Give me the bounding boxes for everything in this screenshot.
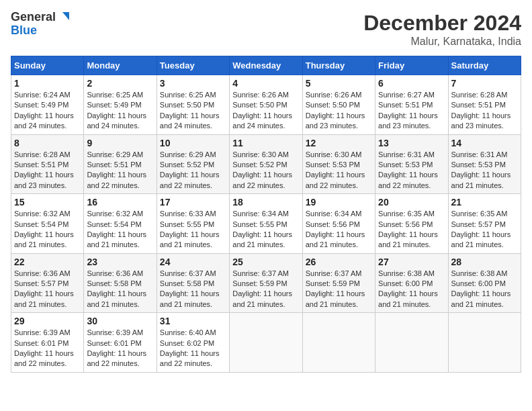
- calendar-cell: 9Sunrise: 6:29 AM Sunset: 5:51 PM Daylig…: [84, 134, 157, 194]
- column-header-saturday: Saturday: [448, 56, 521, 75]
- calendar-cell: 27Sunrise: 6:38 AM Sunset: 6:00 PM Dayli…: [375, 253, 448, 313]
- calendar-week-4: 22Sunrise: 6:36 AM Sunset: 5:57 PM Dayli…: [11, 253, 521, 313]
- day-info: Sunrise: 6:36 AM Sunset: 5:58 PM Dayligh…: [87, 269, 153, 310]
- day-number: 13: [378, 138, 445, 148]
- calendar-cell: 8Sunrise: 6:28 AM Sunset: 5:51 PM Daylig…: [11, 134, 84, 194]
- day-info: Sunrise: 6:30 AM Sunset: 5:53 PM Dayligh…: [306, 150, 372, 191]
- calendar-cell: 25Sunrise: 6:37 AM Sunset: 5:59 PM Dayli…: [230, 253, 302, 313]
- day-number: 20: [378, 197, 445, 208]
- calendar-cell: [375, 313, 448, 373]
- day-info: Sunrise: 6:31 AM Sunset: 5:53 PM Dayligh…: [378, 150, 445, 191]
- calendar-week-1: 1Sunrise: 6:24 AM Sunset: 5:49 PM Daylig…: [11, 75, 521, 135]
- calendar-week-2: 8Sunrise: 6:28 AM Sunset: 5:51 PM Daylig…: [11, 134, 521, 194]
- day-info: Sunrise: 6:30 AM Sunset: 5:52 PM Dayligh…: [232, 150, 299, 191]
- day-info: Sunrise: 6:40 AM Sunset: 6:02 PM Dayligh…: [160, 328, 226, 369]
- calendar-cell: 31Sunrise: 6:40 AM Sunset: 6:02 PM Dayli…: [157, 313, 229, 373]
- day-number: 29: [14, 316, 81, 326]
- day-info: Sunrise: 6:37 AM Sunset: 5:58 PM Dayligh…: [160, 269, 226, 310]
- calendar-cell: 7Sunrise: 6:28 AM Sunset: 5:51 PM Daylig…: [448, 75, 521, 135]
- calendar-body: 1Sunrise: 6:24 AM Sunset: 5:49 PM Daylig…: [11, 75, 521, 373]
- day-info: Sunrise: 6:37 AM Sunset: 5:59 PM Dayligh…: [306, 269, 372, 310]
- calendar-cell: [230, 313, 302, 373]
- day-info: Sunrise: 6:32 AM Sunset: 5:54 PM Dayligh…: [87, 209, 153, 250]
- day-number: 14: [451, 138, 518, 148]
- day-number: 12: [306, 138, 372, 148]
- day-number: 7: [451, 78, 518, 89]
- calendar-cell: [302, 313, 375, 373]
- day-number: 24: [160, 257, 226, 267]
- calendar-cell: [448, 313, 521, 373]
- calendar-cell: 12Sunrise: 6:30 AM Sunset: 5:53 PM Dayli…: [302, 134, 375, 194]
- day-info: Sunrise: 6:25 AM Sunset: 5:50 PM Dayligh…: [160, 90, 226, 132]
- day-number: 3: [160, 78, 226, 89]
- logo-blue: Blue: [11, 24, 37, 38]
- calendar-cell: 29Sunrise: 6:39 AM Sunset: 6:01 PM Dayli…: [11, 313, 84, 373]
- day-info: Sunrise: 6:31 AM Sunset: 5:53 PM Dayligh…: [451, 150, 518, 191]
- day-info: Sunrise: 6:34 AM Sunset: 5:56 PM Dayligh…: [306, 209, 372, 250]
- calendar-cell: 21Sunrise: 6:35 AM Sunset: 5:57 PM Dayli…: [448, 194, 521, 254]
- day-info: Sunrise: 6:28 AM Sunset: 5:51 PM Dayligh…: [14, 150, 81, 191]
- calendar-cell: 20Sunrise: 6:35 AM Sunset: 5:56 PM Dayli…: [375, 194, 448, 254]
- day-number: 23: [87, 257, 153, 267]
- day-info: Sunrise: 6:35 AM Sunset: 5:57 PM Dayligh…: [451, 209, 518, 250]
- calendar-cell: 11Sunrise: 6:30 AM Sunset: 5:52 PM Dayli…: [230, 134, 302, 194]
- column-header-wednesday: Wednesday: [230, 56, 302, 75]
- day-number: 25: [232, 257, 299, 267]
- column-header-monday: Monday: [84, 56, 157, 75]
- day-number: 2: [87, 78, 153, 89]
- calendar-cell: 4Sunrise: 6:26 AM Sunset: 5:50 PM Daylig…: [230, 75, 302, 135]
- calendar-cell: 22Sunrise: 6:36 AM Sunset: 5:57 PM Dayli…: [11, 253, 84, 313]
- day-info: Sunrise: 6:25 AM Sunset: 5:49 PM Dayligh…: [87, 90, 153, 132]
- day-info: Sunrise: 6:37 AM Sunset: 5:59 PM Dayligh…: [232, 269, 299, 310]
- logo-general: General: [11, 11, 56, 24]
- column-header-tuesday: Tuesday: [157, 56, 229, 75]
- day-number: 15: [14, 197, 81, 208]
- calendar-cell: 23Sunrise: 6:36 AM Sunset: 5:58 PM Dayli…: [84, 253, 157, 313]
- day-number: 21: [451, 197, 518, 208]
- logo: General Blue: [11, 11, 71, 38]
- day-info: Sunrise: 6:36 AM Sunset: 5:57 PM Dayligh…: [14, 269, 81, 310]
- calendar-cell: 1Sunrise: 6:24 AM Sunset: 5:49 PM Daylig…: [11, 75, 84, 135]
- day-number: 16: [87, 197, 153, 208]
- logo-arrow-icon: [57, 11, 71, 24]
- day-info: Sunrise: 6:38 AM Sunset: 6:00 PM Dayligh…: [378, 269, 445, 310]
- day-info: Sunrise: 6:39 AM Sunset: 6:01 PM Dayligh…: [14, 328, 81, 369]
- day-info: Sunrise: 6:35 AM Sunset: 5:56 PM Dayligh…: [378, 209, 445, 250]
- calendar-cell: 6Sunrise: 6:27 AM Sunset: 5:51 PM Daylig…: [375, 75, 448, 135]
- day-info: Sunrise: 6:38 AM Sunset: 6:00 PM Dayligh…: [451, 269, 518, 310]
- calendar-cell: 19Sunrise: 6:34 AM Sunset: 5:56 PM Dayli…: [302, 194, 375, 254]
- day-number: 4: [232, 78, 299, 89]
- column-header-sunday: Sunday: [11, 56, 84, 75]
- day-number: 31: [160, 316, 226, 326]
- day-number: 30: [87, 316, 153, 326]
- calendar-cell: 13Sunrise: 6:31 AM Sunset: 5:53 PM Dayli…: [375, 134, 448, 194]
- calendar-week-3: 15Sunrise: 6:32 AM Sunset: 5:54 PM Dayli…: [11, 194, 521, 254]
- calendar-cell: 28Sunrise: 6:38 AM Sunset: 6:00 PM Dayli…: [448, 253, 521, 313]
- day-info: Sunrise: 6:32 AM Sunset: 5:54 PM Dayligh…: [14, 209, 81, 250]
- day-info: Sunrise: 6:29 AM Sunset: 5:52 PM Dayligh…: [160, 150, 226, 191]
- calendar-cell: 24Sunrise: 6:37 AM Sunset: 5:58 PM Dayli…: [157, 253, 229, 313]
- svg-marker-0: [62, 12, 69, 20]
- day-info: Sunrise: 6:27 AM Sunset: 5:51 PM Dayligh…: [378, 90, 445, 132]
- calendar-cell: 2Sunrise: 6:25 AM Sunset: 5:49 PM Daylig…: [84, 75, 157, 135]
- calendar-cell: 30Sunrise: 6:39 AM Sunset: 6:01 PM Dayli…: [84, 313, 157, 373]
- day-number: 22: [14, 257, 81, 267]
- day-number: 9: [87, 138, 153, 148]
- month-title: December 2024: [363, 11, 521, 36]
- calendar-cell: 10Sunrise: 6:29 AM Sunset: 5:52 PM Dayli…: [157, 134, 229, 194]
- day-info: Sunrise: 6:28 AM Sunset: 5:51 PM Dayligh…: [451, 90, 518, 132]
- day-number: 1: [14, 78, 81, 89]
- day-info: Sunrise: 6:33 AM Sunset: 5:55 PM Dayligh…: [160, 209, 226, 250]
- calendar-cell: 17Sunrise: 6:33 AM Sunset: 5:55 PM Dayli…: [157, 194, 229, 254]
- page-header: General Blue December 2024 Malur, Karnat…: [11, 11, 521, 48]
- day-info: Sunrise: 6:26 AM Sunset: 5:50 PM Dayligh…: [232, 90, 299, 132]
- day-number: 17: [160, 197, 226, 208]
- calendar-header-row: SundayMondayTuesdayWednesdayThursdayFrid…: [11, 56, 521, 75]
- column-header-thursday: Thursday: [302, 56, 375, 75]
- calendar-cell: 16Sunrise: 6:32 AM Sunset: 5:54 PM Dayli…: [84, 194, 157, 254]
- day-number: 5: [306, 78, 372, 89]
- calendar-table: SundayMondayTuesdayWednesdayThursdayFrid…: [11, 56, 521, 373]
- calendar-cell: 5Sunrise: 6:26 AM Sunset: 5:50 PM Daylig…: [302, 75, 375, 135]
- day-info: Sunrise: 6:26 AM Sunset: 5:50 PM Dayligh…: [306, 90, 372, 132]
- calendar-week-5: 29Sunrise: 6:39 AM Sunset: 6:01 PM Dayli…: [11, 313, 521, 373]
